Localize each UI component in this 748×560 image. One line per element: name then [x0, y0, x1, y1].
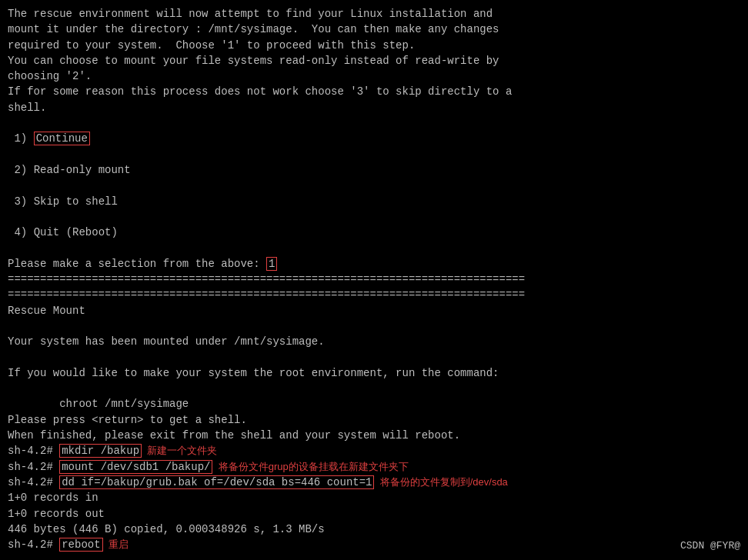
intro-line-3: required to your system. Choose '1' to p…	[8, 38, 740, 53]
cmd2-prompt: sh-4.2#	[8, 461, 59, 473]
prompt-text: Please make a selection from the above:	[8, 258, 266, 270]
intro-line-6: If for some reason this process does not…	[8, 84, 740, 99]
menu-item-4: 4) Quit (Reboot)	[8, 225, 740, 240]
chroot-cmd: chroot /mnt/sysimage	[8, 396, 740, 412]
menu-num-3: 3)	[14, 195, 27, 208]
selection-value: 1	[266, 257, 277, 271]
menu-item-2: 2) Read-only mount	[8, 162, 740, 178]
when-finished: When finished, please exit from the shel…	[8, 428, 740, 443]
cmd3-annotation: 将备份的文件复制到/dev/sda	[374, 476, 507, 488]
blank-4	[8, 209, 740, 225]
cmd2-annotation: 将备份文件grup的设备挂载在新建文件夹下	[212, 461, 408, 472]
intro-line-7: shell.	[8, 100, 740, 115]
blank-6	[8, 318, 740, 334]
intro-line-2: mount it under the directory : /mnt/sysi…	[8, 22, 740, 37]
menu-label-1: Continue	[34, 132, 90, 145]
cmd3-line: sh-4.2# dd if=/bakup/grub.bak of=/dev/sd…	[8, 475, 740, 490]
chroot-intro: If you would like to make your system th…	[8, 365, 740, 381]
cmd1-annotation: 新建一个文件夹	[142, 445, 217, 456]
selection-prompt: Please make a selection from the above: …	[8, 256, 740, 272]
menu-item-1: 1) Continue	[8, 131, 740, 146]
blank-7	[8, 350, 740, 365]
cmd4-text: reboot	[59, 538, 102, 552]
intro-line-5: choosing '2'.	[8, 68, 740, 84]
blank-1	[8, 115, 740, 131]
terminal: The rescue environment will now attempt …	[0, 0, 748, 560]
intro-line-1: The rescue environment will now attempt …	[8, 6, 740, 22]
cmd2-text: mount /dev/sdb1 /bakup/	[59, 460, 212, 474]
cmd4-line: sh-4.2# reboot 重启	[8, 537, 740, 552]
mounted-msg: Your system has been mounted under /mnt/…	[8, 334, 740, 349]
menu-label-4: Quit (Reboot)	[34, 226, 118, 238]
bytes-line: 446 bytes (446 B) copied, 0.000348926 s,…	[8, 522, 740, 537]
intro-line-4: You can choose to mount your file system…	[8, 53, 740, 68]
records-in: 1+0 records in	[8, 490, 740, 505]
cmd4-annotation: 重启	[103, 538, 129, 550]
menu-num-1: 1)	[14, 132, 27, 145]
blank-3	[8, 178, 740, 193]
cmd3-prompt: sh-4.2#	[8, 476, 59, 488]
separator-1: ========================================…	[8, 272, 740, 287]
cmd2-line: sh-4.2# mount /dev/sdb1 /bakup/ 将备份文件gru…	[8, 459, 740, 475]
section-title: Rescue Mount	[8, 303, 740, 318]
watermark: CSDN @FYR@	[680, 539, 740, 554]
blank-5	[8, 240, 740, 255]
menu-num-4: 4)	[14, 226, 27, 238]
menu-num-2: 2)	[14, 164, 27, 176]
menu-label-3: Skip to shell	[34, 195, 118, 208]
cmd1-prompt: sh-4.2#	[8, 445, 59, 457]
cmd3-text: dd if=/bakup/grub.bak of=/dev/sda bs=446…	[59, 475, 374, 489]
blank-2	[8, 147, 740, 162]
blank-8	[8, 381, 740, 396]
separator-2: ========================================…	[8, 287, 740, 302]
press-return: Please press <return> to get a shell.	[8, 412, 740, 428]
menu-label-2: Read-only mount	[34, 164, 131, 176]
cmd4-prompt: sh-4.2#	[8, 538, 59, 551]
cmd1-line: sh-4.2# mkdir /bakup 新建一个文件夹	[8, 443, 740, 458]
cmd1-text: mkdir /bakup	[59, 444, 142, 458]
menu-item-3: 3) Skip to shell	[8, 194, 740, 209]
records-out: 1+0 records out	[8, 506, 740, 522]
